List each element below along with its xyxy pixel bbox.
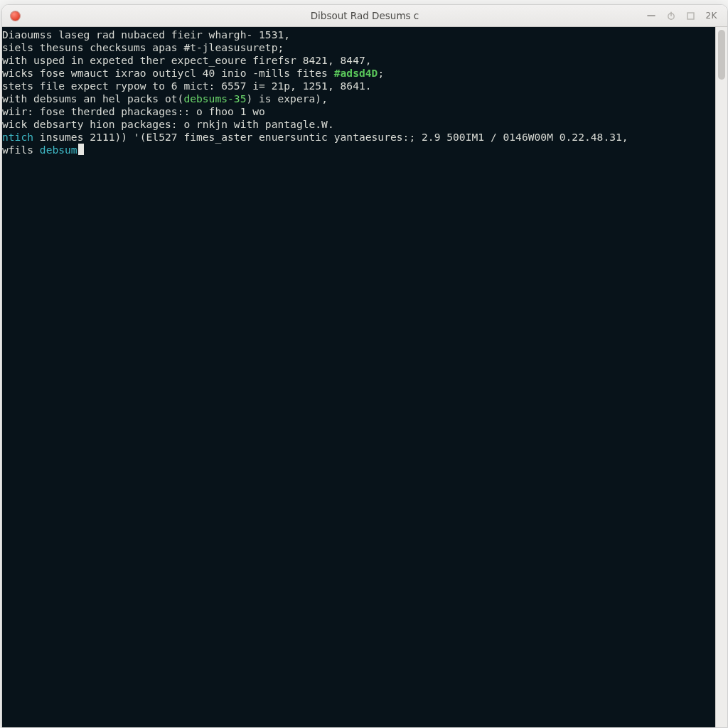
close-icon[interactable] (11, 11, 20, 21)
terminal-line: wick debsarty hion packages: o rnkjn wit… (2, 118, 715, 131)
terminal-text: siels thesuns checksums apas #t-jleasusu… (2, 41, 284, 53)
terminal-text: wick debsarty hion packages: o rnkjn wit… (2, 118, 334, 130)
maximize-icon[interactable] (686, 11, 695, 21)
terminal-text: ntich (2, 131, 33, 143)
svg-rect-3 (687, 13, 694, 19)
minimize-icon[interactable] (646, 11, 656, 21)
terminal-text: stets file expect rypow to 6 mict: 6557 … (2, 80, 372, 92)
terminal-text: wfils (2, 144, 40, 156)
scrollbar-thumb[interactable] (718, 30, 725, 80)
terminal-line: siels thesuns checksums apas #t-jleasusu… (2, 41, 715, 54)
terminal-text: with debsums an hel packs ot( (2, 92, 183, 105)
terminal-text: debsums-35 (183, 92, 246, 105)
terminal-text: insumes 2111)) '(El527 fimes_aster enuer… (33, 131, 628, 143)
terminal-line: wiir: fose therded phackages:: o fhoo 1 … (2, 105, 715, 118)
terminal-text: ) is expera), (246, 92, 327, 105)
terminal-line: with debsums an hel packs ot(debsums-35)… (2, 92, 715, 105)
titlebar-actions: 2K (646, 11, 727, 21)
terminal-text: #adsd4D (334, 67, 378, 79)
power-icon[interactable] (666, 11, 676, 21)
scrollbar-track[interactable] (715, 27, 727, 727)
terminal-line: stets file expect rypow to 6 mict: 6557 … (2, 80, 715, 92)
terminal-line: with usped in expeted ther expect_eoure … (2, 54, 715, 67)
terminal-area: Diaoumss laseg rad nubaced fieir whargh-… (2, 27, 727, 727)
app-window: Dibsout Rad Desums c 2K Diaoumss laseg r… (1, 4, 728, 728)
terminal-text: with usped in expeted ther expect_eoure … (2, 54, 372, 66)
terminal-text: ; (378, 67, 384, 79)
terminal-line: wfils debsum (2, 144, 715, 156)
titlebar[interactable]: Dibsout Rad Desums c 2K (2, 5, 727, 27)
terminal-line: wicks fose wmauct ixrao outiycl 40 inio … (2, 67, 715, 80)
titlebar-right-label: 2K (705, 11, 717, 21)
window-title: Dibsout Rad Desums c (2, 10, 727, 21)
terminal-text: Diaoumss laseg rad nubaced fieir whargh-… (2, 28, 290, 41)
terminal-text: debsum (40, 144, 77, 156)
terminal-text: wiir: fose therded phackages:: o fhoo 1 … (2, 105, 265, 117)
terminal-line: ntich insumes 2111)) '(El527 fimes_aster… (2, 131, 715, 144)
terminal-cursor (78, 144, 85, 155)
terminal-line: Diaoumss laseg rad nubaced fieir whargh-… (2, 28, 715, 41)
terminal[interactable]: Diaoumss laseg rad nubaced fieir whargh-… (2, 27, 715, 727)
window-controls (2, 11, 82, 21)
terminal-text: wicks fose wmauct ixrao outiycl 40 inio … (2, 67, 334, 79)
